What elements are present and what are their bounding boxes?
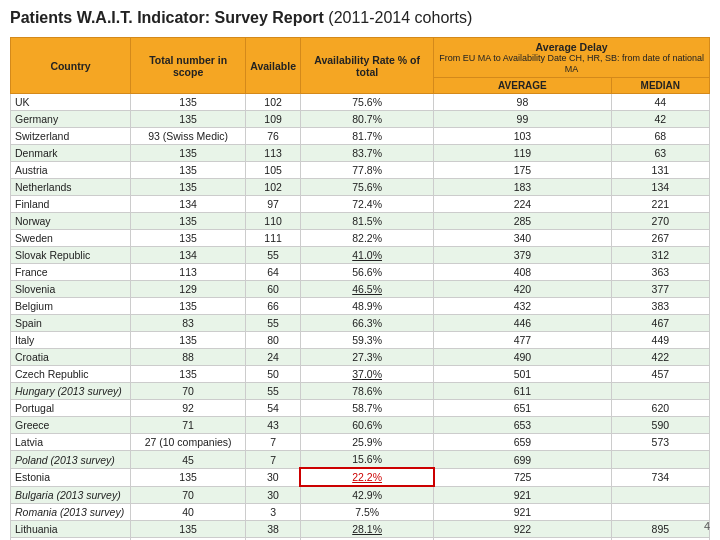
table-row: Lithuania1353828.1%922895: [11, 521, 710, 538]
country-cell: Spain: [11, 315, 131, 332]
available-cell: 76: [246, 128, 301, 145]
country-cell: Sweden: [11, 230, 131, 247]
average-cell: 477: [434, 332, 611, 349]
rate-cell: 77.8%: [300, 162, 433, 179]
median-cell: 383: [611, 298, 709, 315]
country-cell: Portugal: [11, 400, 131, 417]
average-cell: 725: [434, 468, 611, 486]
median-cell: [611, 383, 709, 400]
rate-cell: 66.3%: [300, 315, 433, 332]
available-cell: 60: [246, 281, 301, 298]
table-row: Norway13511081.5%285270: [11, 213, 710, 230]
table-row: Romania (2013 survey)4037.5%921: [11, 504, 710, 521]
table-row: Poland (2013 survey)45715.6%699: [11, 451, 710, 469]
median-cell: 573: [611, 434, 709, 451]
median-cell: 590: [611, 417, 709, 434]
country-cell: Germany: [11, 111, 131, 128]
country-cell: Poland (2013 survey): [11, 451, 131, 469]
table-row: France1136456.6%408363: [11, 264, 710, 281]
table-row: Finland1349772.4%224221: [11, 196, 710, 213]
rate-cell: 75.6%: [300, 179, 433, 196]
available-cell: 80: [246, 332, 301, 349]
table-header-row: Country Total number in scope Available …: [11, 37, 710, 78]
average-cell: 99: [434, 111, 611, 128]
rate-cell: 83.7%: [300, 145, 433, 162]
average-cell: 651: [434, 400, 611, 417]
available-cell: 102: [246, 94, 301, 111]
available-cell: 54: [246, 400, 301, 417]
table-row: Croatia882427.3%490422: [11, 349, 710, 366]
total-cell: 134: [131, 247, 246, 264]
table-row: Portugal925458.7%651620: [11, 400, 710, 417]
available-cell: 7: [246, 451, 301, 469]
available-cell: 3: [246, 504, 301, 521]
average-cell: 285: [434, 213, 611, 230]
median-cell: 457: [611, 366, 709, 383]
rate-cell: 78.6%: [300, 383, 433, 400]
average-cell: 653: [434, 417, 611, 434]
table-row: Czech Republic1355037.0%501457: [11, 366, 710, 383]
country-cell: France: [11, 264, 131, 281]
table-row: Estonia1353022.2%725734: [11, 468, 710, 486]
page-number: 4: [704, 520, 710, 532]
table-row: UK13510275.6%9844: [11, 94, 710, 111]
total-cell: 27 (10 companies): [131, 434, 246, 451]
total-cell: 135: [131, 468, 246, 486]
table-row: Sweden13511182.2%340267: [11, 230, 710, 247]
median-cell: [611, 504, 709, 521]
total-cell: 135: [131, 213, 246, 230]
rate-cell: 15.6%: [300, 451, 433, 469]
rate-cell: 22.2%: [300, 468, 433, 486]
table-body: UK13510275.6%9844Germany13510980.7%9942S…: [11, 94, 710, 540]
average-cell: 103: [434, 128, 611, 145]
median-cell: 620: [611, 400, 709, 417]
table-row: Italy1358059.3%477449: [11, 332, 710, 349]
total-cell: 135: [131, 145, 246, 162]
median-cell: 42: [611, 111, 709, 128]
available-cell: 111: [246, 230, 301, 247]
availability-rate-header: Availability Rate % of total: [300, 37, 433, 94]
available-cell: 7: [246, 434, 301, 451]
rate-cell: 56.6%: [300, 264, 433, 281]
rate-cell: 7.5%: [300, 504, 433, 521]
available-cell: 24: [246, 349, 301, 366]
available-cell: 109: [246, 111, 301, 128]
median-cell: 449: [611, 332, 709, 349]
median-cell: 734: [611, 468, 709, 486]
rate-cell: 80.7%: [300, 111, 433, 128]
available-cell: 55: [246, 383, 301, 400]
available-header: Available: [246, 37, 301, 94]
average-cell: 340: [434, 230, 611, 247]
average-subheader: AVERAGE: [434, 78, 611, 94]
available-cell: 55: [246, 247, 301, 264]
average-cell: 420: [434, 281, 611, 298]
country-cell: Switzerland: [11, 128, 131, 145]
average-cell: 408: [434, 264, 611, 281]
rate-cell: 42.9%: [300, 486, 433, 504]
total-cell: 135: [131, 332, 246, 349]
median-cell: 422: [611, 349, 709, 366]
table-row: Netherlands13510275.6%183134: [11, 179, 710, 196]
table-row: Belgium1356648.9%432383: [11, 298, 710, 315]
rate-cell: 41.0%: [300, 247, 433, 264]
country-cell: Finland: [11, 196, 131, 213]
median-cell: 270: [611, 213, 709, 230]
country-header: Country: [11, 37, 131, 94]
table-row: Spain835566.3%446467: [11, 315, 710, 332]
available-cell: 30: [246, 468, 301, 486]
available-cell: 55: [246, 315, 301, 332]
country-cell: Denmark: [11, 145, 131, 162]
country-cell: Estonia: [11, 468, 131, 486]
total-cell: 135: [131, 298, 246, 315]
page-title: Patients W.A.I.T. Indicator: Survey Repo…: [10, 8, 710, 29]
table-row: Greece714360.6%653590: [11, 417, 710, 434]
available-cell: 50: [246, 366, 301, 383]
average-cell: 921: [434, 504, 611, 521]
average-cell: 501: [434, 366, 611, 383]
table-row: Austria13510577.8%175131: [11, 162, 710, 179]
avg-delay-subtitle: From EU MA to Availability Date CH, HR, …: [438, 53, 705, 75]
median-cell: 267: [611, 230, 709, 247]
total-cell: 92: [131, 400, 246, 417]
table-row: Slovak Republic1345541.0%379312: [11, 247, 710, 264]
available-cell: 97: [246, 196, 301, 213]
